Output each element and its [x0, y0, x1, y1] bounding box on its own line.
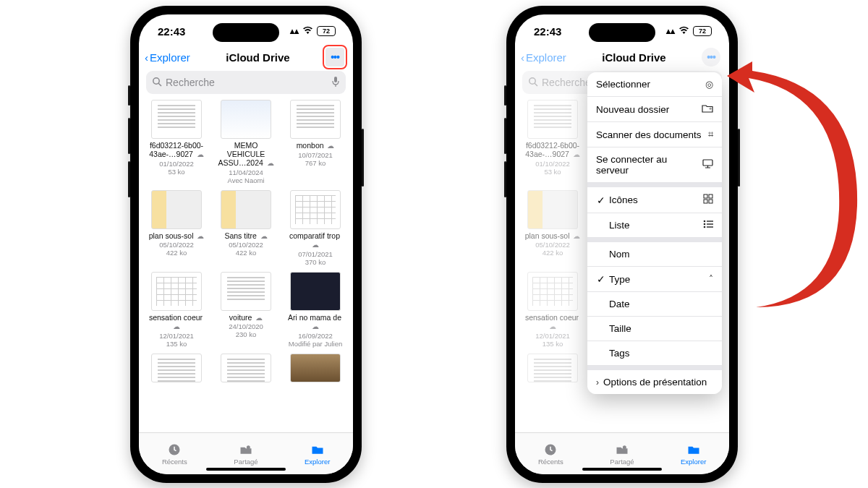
file-item[interactable]: sensation coeur ☁︎12/01/2021135 ko	[519, 272, 586, 348]
file-date: 16/09/2022	[298, 332, 333, 340]
server-icon	[702, 159, 713, 171]
chevron-up-icon: ˄	[709, 274, 713, 284]
file-item[interactable]: comparatif trop ☁︎07/01/2021370 ko	[282, 190, 349, 266]
file-item[interactable]: Ari no mama de ☁︎16/09/2022Modifié par J…	[282, 272, 349, 348]
tab-label: Récents	[538, 458, 563, 466]
file-date: 05/10/2022	[159, 241, 194, 249]
back-button[interactable]: ‹ Explorer	[521, 51, 566, 64]
file-name: plan sous-sol ☁︎	[525, 231, 581, 241]
mic-icon[interactable]	[331, 76, 340, 90]
back-label: Explorer	[150, 51, 190, 64]
dynamic-island	[589, 23, 655, 42]
back-button[interactable]: ‹ Explorer	[145, 51, 190, 64]
cellular-icon: ▴▴	[290, 26, 299, 36]
file-item[interactable]	[519, 354, 586, 385]
menu-sort-tags[interactable]: Tags	[587, 341, 722, 366]
battery-icon: 72	[693, 26, 712, 36]
search-icon	[528, 77, 538, 89]
home-indicator	[206, 468, 286, 471]
menu-sort-date[interactable]: Date	[587, 292, 722, 317]
menu-connect-server[interactable]: Se connecter au serveur	[587, 147, 722, 183]
svg-rect-12	[709, 194, 712, 198]
home-indicator	[582, 468, 662, 471]
file-thumbnail	[527, 354, 578, 382]
file-thumbnail	[221, 190, 271, 229]
menu-label: Date	[609, 299, 630, 309]
svg-point-15	[704, 221, 706, 223]
cloud-icon: ☁︎	[173, 322, 180, 330]
file-item[interactable]: voiture ☁︎24/10/2020230 ko	[213, 272, 279, 348]
more-button[interactable]: •••	[702, 48, 720, 67]
menu-view-list[interactable]: Liste	[587, 213, 722, 238]
nav-bar: ‹ Explorer iCloud Drive •••	[515, 48, 729, 71]
file-date: 07/01/2021	[298, 250, 333, 258]
file-thumbnail	[290, 272, 341, 311]
menu-sort-size[interactable]: Taille	[587, 317, 722, 341]
menu-sort-name[interactable]: Nom	[587, 242, 722, 267]
tab-browse[interactable]: Explorer	[658, 433, 729, 474]
file-item[interactable]: plan sous-sol ☁︎05/10/2022422 ko	[143, 190, 210, 266]
file-thumbnail	[151, 100, 202, 139]
tab-recents[interactable]: Récents	[139, 433, 210, 474]
wifi-icon	[302, 26, 313, 37]
file-item[interactable]	[282, 354, 349, 385]
file-name: monbon ☁︎	[297, 141, 335, 150]
cloud-icon: ☁︎	[312, 322, 319, 330]
phone-right: 22:43 ▴▴ 72 ‹ Explorer iCloud Drive •••	[506, 6, 738, 483]
search-icon	[152, 77, 162, 89]
file-item[interactable]: plan sous-sol ☁︎05/10/2022422 ko	[519, 190, 586, 266]
chevron-left-icon: ‹	[145, 51, 148, 64]
file-thumbnail	[221, 354, 271, 382]
file-item[interactable]: MEMO VEHICULE ASSU…2024 ☁︎11/04/2024Avec…	[213, 100, 279, 184]
file-item[interactable]: Sans titre ☁︎05/10/2022422 ko	[213, 190, 279, 266]
side-button	[128, 118, 130, 154]
list-icon	[703, 220, 713, 231]
file-name: comparatif trop ☁︎	[285, 231, 346, 249]
tab-browse[interactable]: Explorer	[281, 433, 353, 474]
svg-text:+: +	[709, 106, 712, 111]
cloud-icon: ☁︎	[265, 159, 274, 167]
search-bar[interactable]: Recherche	[146, 71, 346, 94]
menu-presentation-options[interactable]: ›Options de présentation	[587, 370, 722, 394]
svg-point-19	[704, 226, 706, 228]
tab-recents[interactable]: Récents	[515, 433, 587, 474]
search-placeholder: Recherche	[166, 77, 215, 88]
file-thumbnail	[290, 190, 341, 229]
file-name: f6d03212-6b00-43ae-…9027 ☁︎	[146, 141, 207, 159]
menu-label: Sélectionner	[596, 79, 650, 90]
menu-view-icons[interactable]: ✓Icônes	[587, 187, 722, 213]
wifi-icon	[678, 26, 689, 37]
file-size: 422 ko	[166, 249, 187, 257]
file-item[interactable]: sensation coeur ☁︎12/01/2021135 ko	[143, 272, 210, 348]
file-item[interactable]	[213, 354, 279, 385]
back-label: Explorer	[526, 51, 566, 64]
file-name: f6d03212-6b00-43ae-…9027 ☁︎	[522, 141, 583, 159]
file-name: Ari no mama de ☁︎	[285, 313, 346, 331]
menu-select[interactable]: Sélectionner ◎	[587, 72, 722, 97]
menu-label: Type	[609, 274, 630, 285]
menu-new-folder[interactable]: Nouveau dossier +	[587, 97, 722, 122]
file-item[interactable]: f6d03212-6b00-43ae-…9027 ☁︎01/10/202253 …	[143, 100, 210, 184]
chevron-left-icon: ‹	[521, 51, 524, 64]
side-button	[504, 118, 506, 154]
menu-sort-type[interactable]: ✓Type ˄	[587, 267, 722, 292]
cloud-icon: ☁︎	[195, 232, 205, 240]
menu-label: Options de présentation	[603, 377, 707, 388]
svg-rect-8	[703, 160, 712, 166]
more-button[interactable]: •••	[326, 48, 344, 67]
file-grid: f6d03212-6b00-43ae-…9027 ☁︎01/10/202253 …	[139, 100, 353, 432]
file-size: 370 ko	[305, 258, 326, 266]
file-item[interactable]: monbon ☁︎10/07/2021767 ko	[282, 100, 349, 184]
file-name: sensation coeur ☁︎	[146, 313, 207, 331]
file-item[interactable]: f6d03212-6b00-43ae-…9027 ☁︎01/10/202253 …	[519, 100, 586, 184]
file-name: MEMO VEHICULE ASSU…2024 ☁︎	[216, 141, 276, 168]
file-date: 24/10/2020	[229, 322, 263, 330]
file-name: Sans titre ☁︎	[224, 231, 267, 241]
menu-scan[interactable]: Scanner des documents ⌗	[587, 122, 722, 147]
file-item[interactable]	[143, 354, 210, 385]
svg-rect-13	[704, 200, 707, 203]
dynamic-island	[213, 23, 279, 42]
file-date: 05/10/2022	[229, 241, 263, 249]
file-thumbnail	[151, 354, 202, 382]
svg-point-22	[623, 445, 626, 449]
